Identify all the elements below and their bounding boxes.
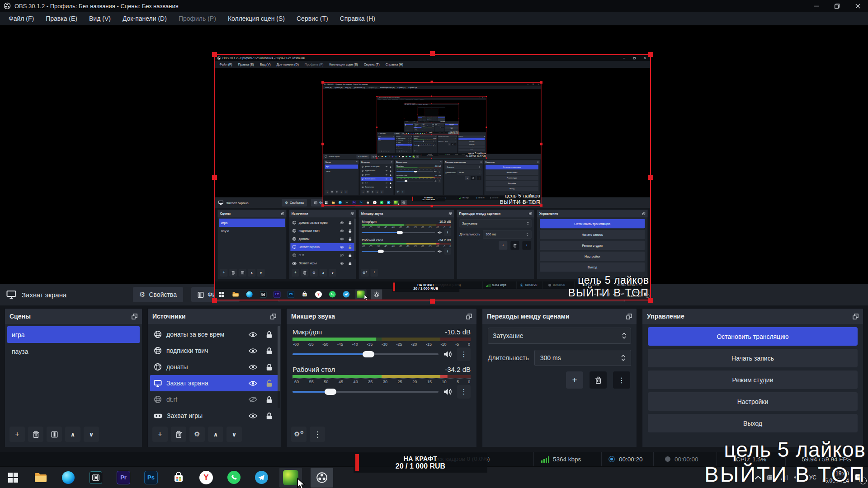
popout-icon[interactable] [270, 314, 276, 319]
duration-spinner-icon[interactable] [621, 355, 625, 361]
language-indicator[interactable]: РУС [806, 474, 816, 481]
mixer-options-icon[interactable]: ⋮ [457, 385, 471, 399]
lock-closed-icon[interactable] [263, 363, 275, 371]
whatsapp-icon[interactable] [224, 468, 243, 488]
combo-spinner-icon[interactable] [622, 333, 626, 339]
speaker-icon[interactable] [443, 350, 453, 358]
mixer-options-icon[interactable]: ⋮ [457, 347, 471, 361]
resize-handle-bottom-center[interactable] [430, 299, 435, 304]
video-editor-icon[interactable] [86, 468, 105, 488]
eye-visible-icon[interactable] [247, 413, 259, 419]
popout-icon[interactable] [853, 314, 859, 319]
resize-handle-mid-right[interactable] [648, 175, 653, 180]
move-scene-down-button[interactable]: ∨ [84, 427, 99, 442]
properties-button[interactable]: ⚙ Свойства [133, 287, 183, 302]
remove-scene-button[interactable] [28, 427, 43, 442]
volume-slider-knob[interactable] [325, 389, 336, 395]
resize-handle-top-left[interactable] [212, 52, 217, 57]
close-button[interactable] [847, 0, 868, 12]
microsoft-store-icon[interactable] [169, 468, 188, 488]
volume-slider-knob[interactable] [363, 351, 374, 357]
menu-file[interactable]: Файл (F) [3, 12, 40, 25]
file-explorer-icon[interactable] [31, 468, 50, 488]
eye-visible-icon[interactable] [247, 348, 259, 354]
source-properties-button[interactable]: ⚙ [189, 427, 205, 442]
menu-profile[interactable]: Профиль (P) [173, 12, 222, 25]
studio-mode-button[interactable]: Режим студии [648, 371, 858, 389]
settings-button[interactable]: Настройки [648, 392, 858, 411]
obs-taskbar-icon[interactable] [311, 468, 333, 488]
source-row[interactable]: Захват игры [150, 408, 278, 424]
tray-battery-icon[interactable] [767, 475, 775, 480]
add-scene-button[interactable]: + [9, 427, 25, 442]
premiere-pro-icon[interactable]: Pr [114, 468, 133, 488]
eye-visible-icon[interactable] [247, 364, 259, 370]
preview-canvas[interactable]: OBS 30.1.2 - Профиль: Без названия - Сце… [0, 25, 868, 284]
tray-volume-icon[interactable] [793, 474, 800, 480]
resize-handle-mid-left[interactable] [212, 175, 217, 180]
tray-expand-icon[interactable] [755, 475, 762, 480]
duration-input[interactable]: 300 ms [534, 350, 631, 366]
exit-button[interactable]: Выход [648, 414, 858, 432]
stop-streaming-button[interactable]: Остановить трансляцию [648, 327, 858, 346]
menu-tools[interactable]: Сервис (T) [291, 12, 334, 25]
eye-visible-icon[interactable] [247, 332, 259, 338]
scene-row-active[interactable]: игра [7, 326, 140, 343]
move-scene-up-button[interactable]: ∧ [65, 427, 80, 442]
add-source-button[interactable]: + [152, 427, 168, 442]
sources-scrollbar[interactable] [278, 326, 280, 408]
tick-label: -35 [367, 342, 373, 347]
speaker-icon[interactable] [443, 388, 453, 396]
advanced-audio-button[interactable]: ⚙⚙ [291, 427, 307, 442]
remove-source-button[interactable] [171, 427, 186, 442]
yandex-browser-icon[interactable]: Y [197, 468, 216, 488]
volume-slider[interactable] [292, 386, 439, 398]
popout-icon[interactable] [132, 314, 137, 319]
start-recording-button[interactable]: Начать запись [648, 349, 858, 367]
eye-hidden-icon[interactable] [247, 396, 259, 403]
add-transition-button[interactable]: + [566, 371, 583, 389]
menu-docks[interactable]: Док-панели (D) [117, 12, 173, 25]
resize-handle-bottom-left[interactable] [212, 298, 217, 303]
minimize-button[interactable] [806, 0, 826, 12]
lock-closed-icon[interactable] [263, 331, 275, 338]
resize-handle-top-right[interactable] [648, 52, 653, 57]
resize-handle-top-center[interactable] [430, 51, 435, 56]
popout-icon[interactable] [626, 314, 632, 319]
source-row-hidden[interactable]: dt.rf [150, 391, 278, 408]
move-source-up-button[interactable]: ∧ [208, 427, 223, 442]
start-button[interactable] [4, 468, 23, 488]
source-row-selected[interactable]: Захват экрана [150, 375, 278, 391]
scene-row[interactable]: пауза [7, 343, 140, 360]
scene-filters-button[interactable] [47, 427, 62, 442]
game-app-icon[interactable] [279, 468, 302, 488]
volume-slider[interactable] [292, 348, 439, 360]
source-row[interactable]: донаты за все врем [150, 326, 278, 343]
lock-closed-icon[interactable] [263, 396, 275, 404]
lock-open-icon[interactable] [263, 380, 275, 387]
menu-edit[interactable]: Правка (E) [40, 12, 83, 25]
move-source-down-button[interactable]: ∨ [226, 427, 242, 442]
transition-select[interactable]: Затухание [488, 328, 631, 344]
lock-closed-icon[interactable] [263, 412, 275, 420]
popout-icon[interactable] [466, 314, 472, 319]
lock-closed-icon[interactable] [263, 347, 275, 355]
maximize-button[interactable] [826, 0, 847, 12]
edge-browser-icon[interactable] [59, 468, 78, 488]
photoshop-icon[interactable]: Ps [142, 468, 160, 488]
source-row[interactable]: подписки твич [150, 343, 278, 359]
taskbar-clock[interactable]: 19:00 05.09.2024 [822, 470, 849, 484]
menu-help[interactable]: Справка (H) [334, 12, 381, 25]
notification-center-icon[interactable]: 1 [854, 473, 863, 482]
source-row[interactable]: донаты [150, 359, 278, 375]
captured-source-region[interactable]: OBS 30.1.2 - Профиль: Без названия - Сце… [215, 55, 650, 300]
transition-options-icon[interactable]: ⋮ [613, 371, 630, 389]
menu-scene-collection[interactable]: Коллекция сцен (S) [222, 12, 291, 25]
resize-handle-bottom-right[interactable] [648, 298, 653, 303]
eye-visible-icon[interactable] [247, 380, 259, 386]
remove-transition-button[interactable] [590, 371, 607, 389]
mixer-menu-button[interactable]: ⋮ [310, 427, 325, 442]
telegram-icon[interactable] [252, 468, 271, 488]
tray-network-icon[interactable] [781, 475, 788, 480]
menu-view[interactable]: Вид (V) [83, 12, 117, 25]
